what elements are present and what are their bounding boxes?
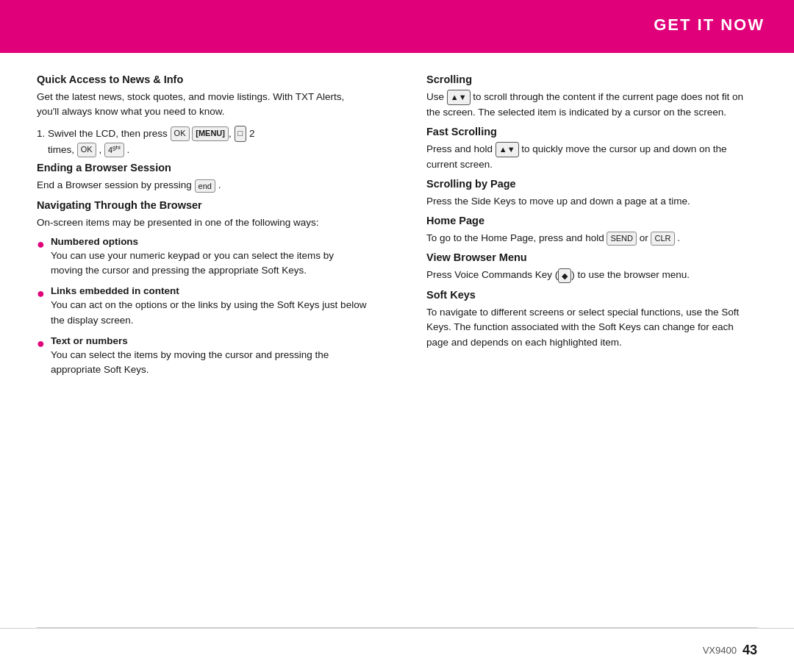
section-title-ending: Ending a Browser Session xyxy=(37,162,368,174)
bullet-links: ● Links embedded in content You can act … xyxy=(37,285,368,328)
section-title-scrolling: Scrolling xyxy=(426,74,757,85)
section-body-browser-menu: Press Voice Commands Key (◆) to use the … xyxy=(426,268,757,283)
footer-area: VX9400 43 xyxy=(0,628,794,672)
bullet-dot-3: ● xyxy=(37,335,45,352)
section-home-page: Home Page To go to the Home Page, press … xyxy=(426,215,757,246)
bullets: ● Numbered options You can use your nume… xyxy=(37,236,368,378)
section-quick-access: Quick Access to News & Info Get the late… xyxy=(37,74,368,157)
section-body-quick-access: Get the latest news, stock quotes, and m… xyxy=(37,90,368,120)
bullet-text-numbers: ● Text or numbers You can select the ite… xyxy=(37,335,368,378)
voice-icon: ◆ xyxy=(558,268,571,284)
bullet-content-3: Text or numbers You can select the items… xyxy=(51,335,368,378)
content-area: Quick Access to News & Info Get the late… xyxy=(0,53,794,628)
section-body-fast-scrolling: Press and hold ▲▼ to quickly move the cu… xyxy=(426,142,757,172)
scroll-icon-2: ▲▼ xyxy=(496,142,519,157)
bullet-text-2: You can act on the options or the links … xyxy=(51,298,368,328)
section-title-soft-keys: Soft Keys xyxy=(426,289,757,301)
section-fast-scrolling: Fast Scrolling Press and hold ▲▼ to quic… xyxy=(426,126,757,172)
bullet-numbered: ● Numbered options You can use your nume… xyxy=(37,236,368,279)
header-title: GET IT NOW xyxy=(654,15,765,35)
camera-icon: □ xyxy=(235,126,247,142)
section-browser-menu: View Browser Menu Press Voice Commands K… xyxy=(426,251,757,283)
section-ending: Ending a Browser Session End a Browser s… xyxy=(37,162,368,193)
bullet-text-3: You can select the items by moving the c… xyxy=(51,348,368,378)
ok-key: OK xyxy=(171,126,190,141)
right-column: Scrolling Use ▲▼ to scroll through the c… xyxy=(412,74,757,613)
bullet-label-1: Numbered options xyxy=(51,236,368,247)
menu-label: [MENU] xyxy=(192,126,229,141)
footer-model: VX9400 xyxy=(703,645,737,656)
step1-text: 1. Swivel the LCD, then press xyxy=(37,128,171,139)
section-soft-keys: Soft Keys To navigate to different scree… xyxy=(426,289,757,350)
section-title-navigating: Navigating Through the Browser xyxy=(37,199,368,211)
section-title-quick-access: Quick Access to News & Info xyxy=(37,74,368,85)
left-column: Quick Access to News & Info Get the late… xyxy=(37,74,382,613)
section-title-home-page: Home Page xyxy=(426,215,757,226)
section-title-browser-menu: View Browser Menu xyxy=(426,251,757,263)
bullet-text-1: You can use your numeric keypad or you c… xyxy=(51,249,368,279)
footer-page: 43 xyxy=(743,643,757,658)
bullet-dot-1: ● xyxy=(37,236,45,253)
clr-key: CLR xyxy=(651,232,674,246)
section-scrolling: Scrolling Use ▲▼ to scroll through the c… xyxy=(426,74,757,120)
section-title-scrolling-page: Scrolling by Page xyxy=(426,178,757,190)
bullet-label-2: Links embedded in content xyxy=(51,285,368,296)
section-navigating: Navigating Through the Browser On-screen… xyxy=(37,199,368,230)
header-bar: GET IT NOW xyxy=(0,0,794,50)
section-body-soft-keys: To navigate to different screens or sele… xyxy=(426,305,757,350)
four-key: 4ghi xyxy=(104,143,124,157)
bullet-dot-2: ● xyxy=(37,285,45,302)
section-body-home-page: To go to the Home Page, press and hold S… xyxy=(426,231,757,246)
section-title-fast-scrolling: Fast Scrolling xyxy=(426,126,757,137)
ok-key2: OK xyxy=(77,143,96,157)
section-body-ending: End a Browser session by pressing end . xyxy=(37,178,368,193)
section-body-scrolling: Use ▲▼ to scroll through the content if … xyxy=(426,90,757,120)
bullet-content-2: Links embedded in content You can act on… xyxy=(51,285,368,328)
scroll-icon-1: ▲▼ xyxy=(447,90,471,105)
bullet-content-1: Numbered options You can use your numeri… xyxy=(51,236,368,279)
section-body-scrolling-page: Press the Side Keys to move up and down … xyxy=(426,194,757,209)
send-key: SEND xyxy=(607,232,637,246)
step1: 1. Swivel the LCD, then press OK [MENU],… xyxy=(37,126,368,158)
bullet-label-3: Text or numbers xyxy=(51,335,368,346)
end-key: end xyxy=(195,179,215,193)
section-body-navigating: On-screen items may be presented in one … xyxy=(37,215,368,230)
section-scrolling-page: Scrolling by Page Press the Side Keys to… xyxy=(426,178,757,209)
